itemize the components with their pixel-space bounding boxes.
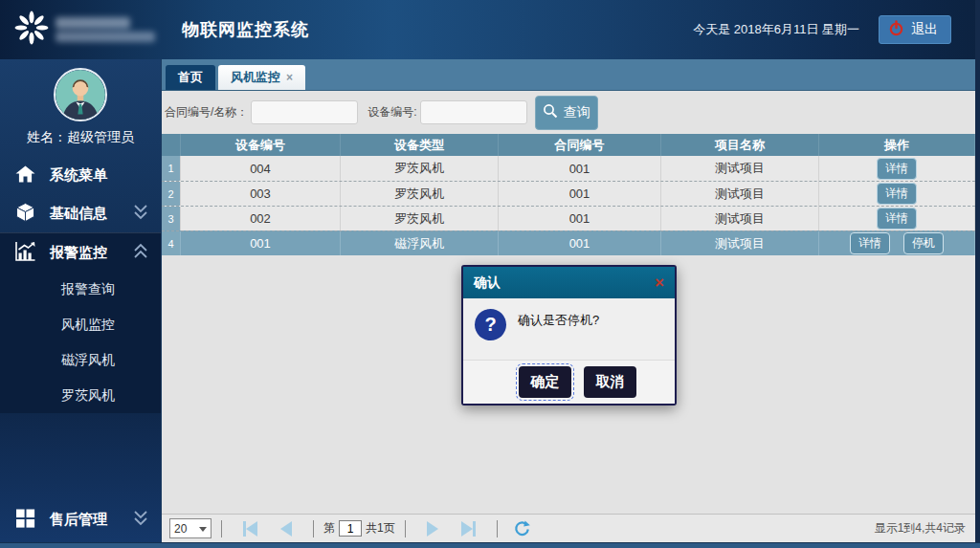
dialog-body: ? 确认是否停机? xyxy=(463,298,675,360)
sidebar-subitem-alarm-query[interactable]: 报警查询 xyxy=(0,272,161,307)
detail-button[interactable]: 详情 xyxy=(877,183,917,205)
refresh-button[interactable] xyxy=(513,520,530,537)
chevron-down-icon xyxy=(132,204,149,223)
tab-bar: 首页 风机监控 × xyxy=(162,59,975,91)
next-page-button[interactable] xyxy=(427,521,438,537)
cell-device-type: 罗茨风机 xyxy=(341,182,499,206)
sidebar-subitem-maglev-fan[interactable]: 磁浮风机 xyxy=(0,342,161,378)
window-right-frame xyxy=(975,0,980,548)
sidebar-item-system-menu[interactable]: 系统菜单 xyxy=(0,156,161,194)
search-icon xyxy=(543,103,558,121)
dialog-title-bar: 确认 × xyxy=(463,267,675,298)
table-row[interactable]: 2 003 罗茨风机 001 测试项目 详情 xyxy=(162,181,975,206)
tab-fan-monitoring[interactable]: 风机监控 × xyxy=(218,65,305,90)
separator xyxy=(313,520,314,537)
pinwheel-logo-icon xyxy=(13,10,50,50)
cell-device-no: 002 xyxy=(181,207,341,230)
stop-machine-button[interactable]: 停机 xyxy=(903,232,944,254)
submenu-item-label: 报警查询 xyxy=(61,281,115,298)
detail-button[interactable]: 详情 xyxy=(877,208,917,230)
logout-button[interactable]: 退出 xyxy=(879,15,951,44)
company-logo xyxy=(13,10,165,50)
sidebar-item-alarm-monitoring[interactable]: 报警监控 xyxy=(0,233,161,272)
col-rownum xyxy=(162,134,181,156)
row-number: 2 xyxy=(162,182,181,206)
sidebar-item-label: 系统菜单 xyxy=(50,166,107,185)
last-page-button[interactable] xyxy=(461,521,476,537)
sidebar-item-aftersales[interactable]: 售后管理 xyxy=(0,500,161,538)
pagination-bar: 20 第 共1页 xyxy=(162,514,975,542)
dialog-message: 确认是否停机? xyxy=(518,312,599,329)
table-row[interactable]: 3 002 罗茨风机 001 测试项目 详情 xyxy=(162,206,975,230)
query-button[interactable]: 查询 xyxy=(535,96,598,130)
table-row[interactable]: 1 004 罗茨风机 001 测试项目 详情 xyxy=(162,156,975,181)
page-size-value: 20 xyxy=(174,522,187,536)
app-window: 物联网监控系统 今天是 2018年6月11日 星期一 退出 xyxy=(0,0,980,548)
separator xyxy=(497,520,498,537)
logout-label: 退出 xyxy=(911,21,938,38)
col-device-type: 设备类型 xyxy=(341,134,499,156)
cell-device-type: 罗茨风机 xyxy=(341,207,499,230)
contract-search-label: 合同编号/名称： xyxy=(165,104,248,121)
page-prefix-label: 第 xyxy=(323,520,335,537)
confirm-cancel-button[interactable]: 取消 xyxy=(584,366,636,398)
cell-project-name: 测试项目 xyxy=(661,231,819,255)
first-page-button[interactable] xyxy=(243,521,257,537)
sidebar-subitem-fan-monitoring[interactable]: 风机监控 xyxy=(0,307,161,342)
col-device-no: 设备编号 xyxy=(181,134,341,156)
user-avatar xyxy=(54,68,107,121)
col-project-name: 项目名称 xyxy=(661,134,819,156)
user-block: 姓名：超级管理员 xyxy=(0,59,161,156)
cell-contract-no: 001 xyxy=(499,207,661,230)
dialog-title: 确认 xyxy=(474,274,501,292)
caret-down-icon xyxy=(199,527,207,532)
cell-device-no: 004 xyxy=(181,156,341,181)
current-date-text: 今天是 2018年6月11日 星期一 xyxy=(693,21,859,38)
sidebar-subitem-roots-fan[interactable]: 罗茨风机 xyxy=(0,378,161,413)
search-toolbar: 合同编号/名称： 设备编号: 查询 xyxy=(162,91,975,134)
tab-home[interactable]: 首页 xyxy=(166,65,215,90)
sidebar-group-alarm-monitoring: 报警监控 报警查询 风机监控 磁浮风机 罗茨风机 xyxy=(0,232,161,413)
sidebar: 姓名：超级管理员 系统菜单 基础信息 xyxy=(0,59,161,548)
confirm-ok-button[interactable]: 确定 xyxy=(519,366,571,398)
sidebar-item-label: 售后管理 xyxy=(50,511,107,529)
grid-icon xyxy=(14,508,36,532)
page-size-select[interactable]: 20 xyxy=(169,518,212,538)
page-total-label: 共1页 xyxy=(366,520,395,537)
cell-project-name: 测试项目 xyxy=(661,156,819,181)
submenu-item-label: 罗茨风机 xyxy=(61,387,115,405)
dialog-close-icon[interactable]: × xyxy=(655,274,664,291)
separator xyxy=(405,520,406,537)
power-icon xyxy=(888,20,904,39)
sidebar-item-basic-info[interactable]: 基础信息 xyxy=(0,194,161,232)
tab-close-icon[interactable]: × xyxy=(286,71,293,84)
detail-button[interactable]: 详情 xyxy=(877,158,917,180)
home-icon xyxy=(14,164,36,187)
cell-contract-no: 001 xyxy=(499,182,661,206)
device-search-input[interactable] xyxy=(420,100,527,124)
cell-contract-no: 001 xyxy=(499,231,661,255)
col-actions: 操作 xyxy=(819,134,975,156)
separator xyxy=(221,520,222,537)
top-header-bar: 物联网监控系统 今天是 2018年6月11日 星期一 退出 xyxy=(0,0,980,59)
cell-device-no: 003 xyxy=(181,182,341,206)
detail-button[interactable]: 详情 xyxy=(850,232,890,254)
chevron-down-icon xyxy=(132,510,149,529)
table-row-selected[interactable]: 4 001 磁浮风机 001 测试项目 详情 停机 xyxy=(162,230,975,255)
dialog-footer: 确定 取消 xyxy=(463,360,675,404)
cube-icon xyxy=(14,202,36,226)
page-title: 物联网监控系统 xyxy=(182,18,309,41)
records-summary: 显示1到4,共4记录 xyxy=(875,520,968,537)
user-name-label: 姓名：超级管理员 xyxy=(0,129,161,146)
page-number-input[interactable] xyxy=(339,520,362,537)
chevron-up-icon xyxy=(132,243,149,262)
row-number: 3 xyxy=(162,207,181,230)
row-number: 4 xyxy=(162,231,181,255)
cell-project-name: 测试项目 xyxy=(661,207,819,230)
previous-page-button[interactable] xyxy=(280,521,292,537)
cell-contract-no: 001 xyxy=(499,156,661,181)
bar-chart-icon xyxy=(14,241,36,265)
contract-search-input[interactable] xyxy=(251,100,358,124)
sidebar-item-label: 基础信息 xyxy=(50,205,107,223)
cell-device-type: 磁浮风机 xyxy=(341,231,499,255)
